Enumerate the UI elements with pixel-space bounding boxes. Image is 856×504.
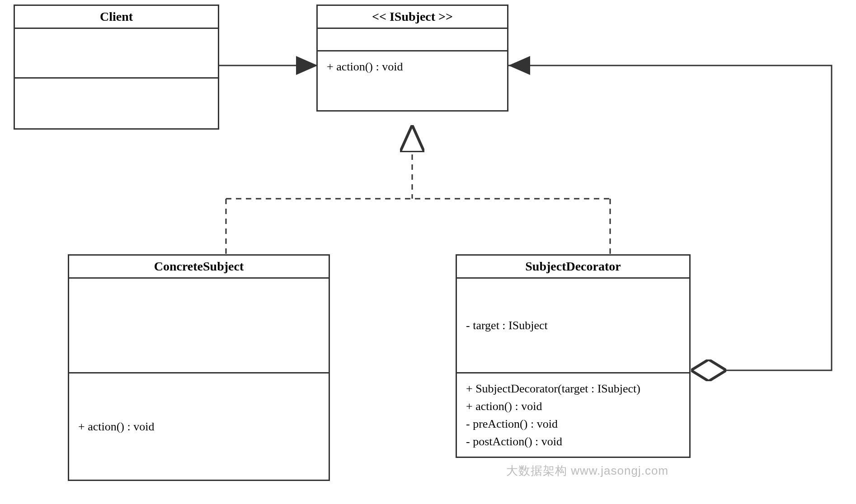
class-title: SubjectDecorator [457, 256, 689, 279]
class-title: << ISubject >> [318, 6, 507, 29]
method-row: + action() : void [78, 418, 154, 435]
attributes-compartment: - target : ISubject [457, 279, 689, 373]
class-title: Client [15, 6, 218, 29]
methods-compartment: + SubjectDecorator(target : ISubject) + … [457, 373, 689, 457]
method-row: + SubjectDecorator(target : ISubject) [466, 380, 680, 397]
class-title: ConcreteSubject [69, 256, 329, 279]
method-row: - preAction() : void [466, 415, 680, 433]
uml-class-subject-decorator: SubjectDecorator - target : ISubject + S… [456, 254, 691, 458]
method-row: + action() : void [327, 58, 498, 75]
attributes-compartment [318, 29, 507, 51]
uml-class-concrete-subject: ConcreteSubject + action() : void [68, 254, 330, 481]
attribute-row: - target : ISubject [466, 317, 548, 334]
attributes-compartment [69, 279, 329, 373]
method-row: + action() : void [466, 397, 680, 415]
uml-class-client: Client [14, 5, 219, 130]
method-row: - postAction() : void [466, 433, 680, 450]
methods-compartment [15, 79, 218, 128]
uml-class-isubject: << ISubject >> + action() : void [316, 5, 508, 112]
watermark-text: 大数据架构 www.jasongj.com [506, 463, 668, 479]
methods-compartment: + action() : void [318, 51, 507, 110]
attributes-compartment [15, 29, 218, 79]
methods-compartment: + action() : void [69, 373, 329, 480]
